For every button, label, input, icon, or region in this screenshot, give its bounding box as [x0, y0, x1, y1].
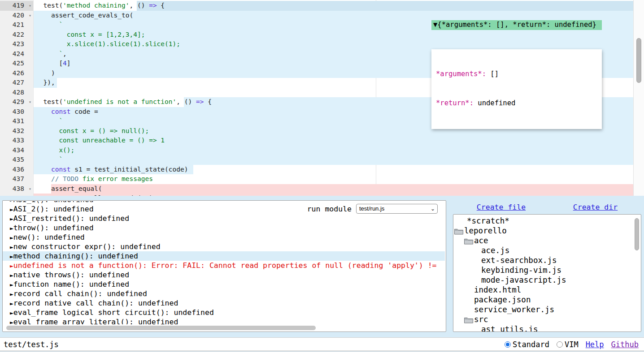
- expand-arrow-icon[interactable]: ►: [10, 234, 13, 241]
- result-item-text: record call chain(): undefined: [13, 289, 147, 298]
- fold-arrow-icon[interactable]: ▾: [29, 11, 31, 21]
- token: assert_calltree_node(s1): [35, 194, 153, 196]
- token: code =: [71, 108, 98, 115]
- tree-item-label: ace: [474, 236, 488, 245]
- tree-item-label: package.json: [474, 295, 531, 305]
- result-item[interactable]: ►native throws(): undefined: [3, 270, 445, 280]
- code-line[interactable]: `: [0, 155, 644, 165]
- result-item[interactable]: ►function name(): undefined: [3, 280, 445, 289]
- line-number: 439: [13, 194, 24, 196]
- token: , (): [130, 2, 149, 9]
- tree-item-label: index.html: [474, 285, 521, 295]
- result-item-text: new constructor expr(): undefined: [13, 242, 161, 251]
- token: assert_code_evals_to(: [35, 12, 133, 19]
- code-line[interactable]: assert_equal(: [0, 184, 644, 194]
- tree-item[interactable]: ace: [453, 236, 641, 245]
- editor-scrollbar[interactable]: [633, 0, 644, 196]
- code-line[interactable]: assert_calltree_node(s1): [0, 194, 644, 196]
- expand-arrow-icon[interactable]: ►: [10, 215, 13, 222]
- token: const: [51, 108, 71, 115]
- gutter-line: 424: [0, 49, 33, 59]
- code-editor[interactable]: test('method chaining', () => { assert_c…: [0, 0, 644, 196]
- results-horizontal-scrollbar-thumb[interactable]: [6, 326, 316, 330]
- tree-item-label: *scratch*: [467, 216, 509, 226]
- tree-item[interactable]: service_worker.js: [453, 305, 641, 314]
- inspector-row[interactable]: *arguments*: []: [436, 69, 602, 79]
- expand-arrow-icon[interactable]: ►: [10, 272, 13, 279]
- result-item[interactable]: ►new(): undefined: [3, 232, 445, 242]
- help-link[interactable]: Help: [586, 340, 604, 349]
- keybinding-vim-option[interactable]: VIM: [557, 340, 579, 349]
- result-item[interactable]: ►record call chain(): undefined: [3, 289, 445, 298]
- tree-item[interactable]: src: [453, 314, 641, 324]
- result-item[interactable]: ►record native call chain(): undefined: [3, 298, 445, 308]
- token: const x = [1,2,3,4];: [35, 31, 145, 38]
- create-file-link[interactable]: Create file: [477, 203, 526, 211]
- expand-arrow-icon[interactable]: ►: [10, 319, 13, 324]
- tree-item[interactable]: ast_utils.js: [453, 324, 641, 332]
- line-number: 421: [13, 21, 24, 28]
- token: ): [35, 69, 55, 77]
- expand-arrow-icon[interactable]: ►: [10, 291, 13, 297]
- tree-item-label: keybinding-vim.js: [481, 265, 561, 275]
- tree-item[interactable]: package.json: [453, 295, 641, 305]
- token: `: [35, 21, 63, 28]
- create-dir-link[interactable]: Create dir: [573, 203, 618, 211]
- folder-icon: [464, 237, 474, 244]
- result-item[interactable]: ►eval_frame logical short circuit(): und…: [3, 308, 445, 317]
- result-item-text: ASI_2(): undefined: [13, 205, 94, 213]
- gutter-line: 430: [0, 107, 33, 117]
- expand-arrow-icon[interactable]: ►: [10, 310, 13, 316]
- expand-arrow-icon[interactable]: ►: [10, 300, 13, 307]
- tree-item[interactable]: *scratch*: [453, 216, 641, 226]
- test-results-list: ►ASI_1(): undefined►ASI_2(): undefined►A…: [3, 201, 445, 324]
- keybinding-standard-option[interactable]: Standard: [505, 340, 549, 349]
- line-number: 436: [13, 166, 24, 173]
- tree-item[interactable]: ext-searchbox.js: [453, 255, 641, 265]
- token: `: [35, 117, 63, 125]
- file-tree-scrollbar-thumb[interactable]: [635, 218, 639, 250]
- tree-item[interactable]: index.html: [453, 285, 641, 295]
- token: [35, 166, 51, 173]
- token: fix error messages: [78, 175, 153, 182]
- token: 'method chaining': [63, 2, 129, 9]
- expand-arrow-icon[interactable]: ►: [10, 244, 13, 250]
- code-line[interactable]: const s1 = test_initial_state(code): [0, 165, 644, 175]
- result-item[interactable]: ►new constructor expr(): undefined: [3, 242, 445, 251]
- token: =>: [149, 2, 157, 9]
- line-number: 426: [13, 69, 24, 77]
- result-item[interactable]: ►undefined is not a function(): Error: F…: [3, 261, 445, 270]
- fold-arrow-icon[interactable]: ▾: [29, 1, 31, 11]
- line-number: 423: [13, 40, 24, 47]
- token: x.slice(1).slice(1).slice(1);: [35, 40, 180, 47]
- editor-scrollbar-thumb[interactable]: [636, 38, 641, 83]
- tree-item[interactable]: ace.js: [453, 245, 641, 255]
- token: test(: [35, 2, 63, 9]
- expand-arrow-icon[interactable]: ►: [10, 263, 13, 269]
- token: ]: [67, 60, 71, 67]
- tree-item[interactable]: keybinding-vim.js: [453, 265, 641, 275]
- radio-vim[interactable]: [557, 341, 563, 348]
- inspector-header[interactable]: ▼{*arguments*: [], *return*: undefined}: [431, 20, 602, 30]
- fold-arrow-icon[interactable]: ▾: [29, 97, 31, 107]
- expand-arrow-icon[interactable]: ►: [10, 253, 13, 260]
- gutter-line: 421: [0, 20, 33, 30]
- tree-item[interactable]: mode-javascript.js: [453, 275, 641, 285]
- result-item[interactable]: ►eval_frame array_literal(): undefined: [3, 317, 445, 324]
- value-inspector-tooltip: ▼{*arguments*: [], *return*: undefined} …: [431, 1, 602, 148]
- inspector-value: undefined: [474, 99, 515, 107]
- tree-item[interactable]: leporello: [453, 226, 641, 236]
- fold-arrow-icon[interactable]: ▾: [29, 184, 31, 194]
- result-item[interactable]: ►ASI_restrited(): undefined: [3, 214, 445, 223]
- expand-arrow-icon[interactable]: ►: [10, 281, 13, 288]
- run-module-select[interactable]: test/run.js ⌄: [356, 204, 438, 214]
- radio-standard[interactable]: [505, 341, 511, 348]
- github-link[interactable]: Github: [611, 340, 639, 349]
- expand-arrow-icon[interactable]: ►: [10, 201, 13, 203]
- code-line[interactable]: // TODO fix error messages: [0, 174, 644, 184]
- result-item[interactable]: ►method chaining(): undefined: [3, 251, 445, 261]
- inspector-row[interactable]: *return*: undefined: [436, 99, 602, 108]
- expand-arrow-icon[interactable]: ►: [10, 206, 13, 213]
- expand-arrow-icon[interactable]: ►: [10, 225, 13, 232]
- result-item[interactable]: ►throw(): undefined: [3, 223, 445, 232]
